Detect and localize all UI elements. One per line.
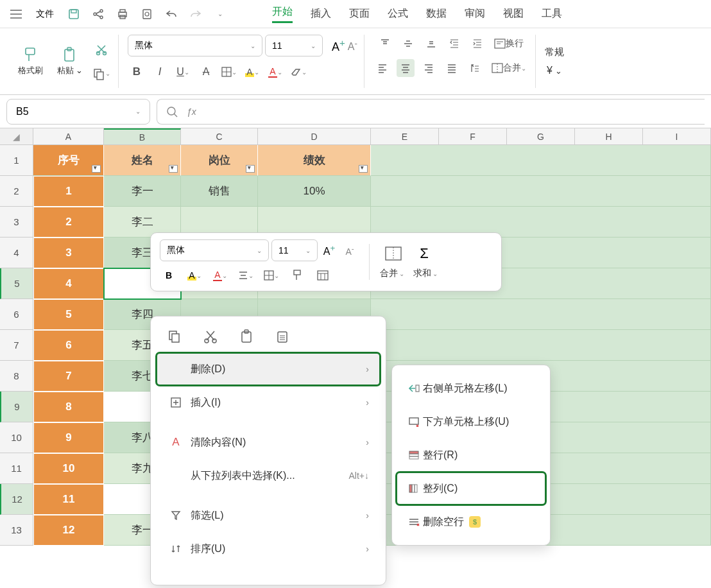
row-header-3[interactable]: 3 bbox=[0, 207, 33, 238]
filter-button-icon[interactable] bbox=[359, 165, 368, 173]
col-header-E[interactable]: E bbox=[371, 128, 439, 145]
decrease-indent-icon[interactable] bbox=[445, 35, 463, 53]
underline-icon[interactable]: U ⌄ bbox=[174, 63, 192, 81]
cell-empty[interactable] bbox=[371, 145, 711, 176]
mini-border-icon[interactable]: ⌄ bbox=[262, 266, 280, 284]
row-header-4[interactable]: 4 bbox=[0, 238, 33, 268]
bold-icon[interactable]: B bbox=[128, 63, 146, 81]
row-header-6[interactable]: 6 bbox=[0, 299, 33, 330]
mini-font-color-icon[interactable]: A⌄ bbox=[211, 266, 229, 284]
tab-tools[interactable]: 工具 bbox=[542, 7, 562, 21]
sub-entire-column[interactable]: 整列(C) bbox=[396, 472, 546, 505]
align-justify-icon[interactable] bbox=[443, 59, 461, 77]
mini-font-size[interactable]: 11⌄ bbox=[271, 239, 318, 261]
tab-formula[interactable]: 公式 bbox=[388, 7, 408, 21]
row-header-10[interactable]: 10 bbox=[0, 422, 33, 453]
row-header-11[interactable]: 11 bbox=[0, 453, 33, 484]
col-header-B[interactable]: B bbox=[104, 128, 181, 145]
cell-empty[interactable] bbox=[371, 299, 711, 330]
cell-A2[interactable]: 1 bbox=[33, 176, 104, 207]
row-header-13[interactable]: 13 bbox=[0, 515, 33, 546]
cell-A12[interactable]: 11 bbox=[33, 484, 104, 515]
cell-A13[interactable]: 12 bbox=[33, 515, 104, 546]
align-center-icon[interactable] bbox=[397, 59, 415, 77]
filter-button-icon[interactable] bbox=[246, 165, 255, 173]
decrease-font-icon[interactable]: A- bbox=[348, 39, 357, 53]
row-header-5[interactable]: 5 bbox=[0, 268, 33, 299]
eraser-icon[interactable]: ⌄ bbox=[289, 63, 307, 81]
ctx-paste-icon[interactable] bbox=[237, 327, 256, 346]
save-icon[interactable] bbox=[63, 3, 85, 25]
col-header-D[interactable]: D bbox=[258, 128, 371, 145]
wrap-text-button[interactable]: 换行 bbox=[492, 35, 526, 53]
tab-page[interactable]: 页面 bbox=[349, 7, 370, 21]
ctx-dropdown-select[interactable]: 从下拉列表中选择(K)... Alt+↓ bbox=[156, 459, 381, 492]
mini-sum-button[interactable]: 求和⌄ bbox=[413, 268, 438, 279]
font-size-select[interactable]: 11⌄ bbox=[265, 35, 323, 56]
tab-view[interactable]: 视图 bbox=[503, 7, 524, 21]
mini-increase-font-icon[interactable]: A+ bbox=[320, 241, 338, 259]
ctx-sort[interactable]: 排序(U) › bbox=[156, 532, 381, 566]
cell-empty[interactable] bbox=[371, 330, 711, 361]
copy-icon[interactable]: ⌄ bbox=[91, 64, 112, 84]
print-icon[interactable] bbox=[112, 3, 133, 25]
preview-icon[interactable] bbox=[136, 3, 158, 25]
cell-empty[interactable] bbox=[371, 176, 711, 207]
cell-A4[interactable]: 3 bbox=[33, 238, 104, 268]
format-painter-button[interactable]: 格式刷 bbox=[12, 39, 49, 85]
cell-C1[interactable]: 岗位 bbox=[181, 145, 258, 176]
row-header-8[interactable]: 8 bbox=[0, 361, 33, 392]
row-header-12[interactable]: 12 bbox=[0, 484, 33, 515]
ctx-cut-icon[interactable] bbox=[201, 327, 220, 346]
col-header-F[interactable]: F bbox=[439, 128, 507, 145]
mini-font-name[interactable]: 黑体⌄ bbox=[160, 239, 269, 261]
cell-D2[interactable]: 10% bbox=[258, 176, 371, 207]
col-header-C[interactable]: C bbox=[181, 128, 258, 145]
sub-entire-row[interactable]: 整行(R) bbox=[396, 438, 546, 472]
ctx-paste-special-icon[interactable] bbox=[273, 327, 292, 346]
col-header-I[interactable]: I bbox=[643, 128, 711, 145]
cell-A5[interactable]: 4 bbox=[33, 268, 104, 299]
font-name-select[interactable]: 黑体⌄ bbox=[128, 35, 262, 56]
strikethrough-icon[interactable]: A bbox=[197, 63, 215, 81]
cell-D1[interactable]: 绩效 bbox=[258, 145, 371, 176]
fill-color-icon[interactable]: A ⌄ bbox=[243, 63, 261, 81]
ctx-delete[interactable]: 删除(D) › bbox=[156, 352, 381, 386]
select-all-corner[interactable]: ◢ bbox=[0, 128, 33, 145]
mini-merge-button[interactable]: 合并⌄ bbox=[380, 268, 404, 279]
share-icon[interactable] bbox=[87, 3, 109, 25]
cell-A8[interactable]: 7 bbox=[33, 361, 104, 392]
mini-autosum-icon[interactable]: Σ bbox=[415, 245, 433, 263]
col-header-A[interactable]: A bbox=[33, 128, 104, 145]
undo-icon[interactable] bbox=[160, 3, 182, 25]
filter-button-icon[interactable] bbox=[92, 165, 101, 173]
mini-decrease-font-icon[interactable]: A- bbox=[341, 241, 359, 259]
ctx-insert[interactable]: 插入(I) › bbox=[156, 386, 381, 419]
mini-merge-icon[interactable] bbox=[384, 245, 402, 263]
align-middle-icon[interactable] bbox=[399, 35, 417, 53]
redo-icon[interactable] bbox=[185, 3, 207, 25]
align-bottom-icon[interactable] bbox=[422, 35, 440, 53]
mini-format-painter-icon[interactable] bbox=[288, 266, 306, 284]
mini-table-icon[interactable] bbox=[314, 266, 332, 284]
row-header-1[interactable]: 1 bbox=[0, 145, 33, 176]
align-top-icon[interactable] bbox=[376, 35, 394, 53]
number-format-button[interactable]: 常规 ¥ ⌄ bbox=[545, 39, 564, 85]
col-header-G[interactable]: G bbox=[507, 128, 575, 145]
mini-bold-icon[interactable]: B bbox=[160, 266, 178, 284]
sub-shift-left[interactable]: 右侧单元格左移(L) bbox=[396, 372, 546, 405]
cell-A7[interactable]: 6 bbox=[33, 330, 104, 361]
hamburger-icon[interactable] bbox=[5, 3, 27, 25]
orientation-icon[interactable] bbox=[466, 59, 484, 77]
tab-review[interactable]: 审阅 bbox=[465, 7, 485, 21]
more-dropdown[interactable]: ⌄ bbox=[209, 3, 231, 25]
formula-input[interactable]: ƒx bbox=[157, 99, 705, 125]
cell-A6[interactable]: 5 bbox=[33, 299, 104, 330]
border-icon[interactable]: ⌄ bbox=[220, 63, 238, 81]
tab-data[interactable]: 数据 bbox=[426, 7, 447, 21]
tab-insert[interactable]: 插入 bbox=[311, 7, 331, 21]
cell-A11[interactable]: 10 bbox=[33, 453, 104, 484]
sub-delete-blank-rows[interactable]: 删除空行 $ bbox=[396, 505, 546, 539]
cell-A9[interactable]: 8 bbox=[33, 392, 104, 422]
cell-B2[interactable]: 李一 bbox=[104, 176, 181, 207]
